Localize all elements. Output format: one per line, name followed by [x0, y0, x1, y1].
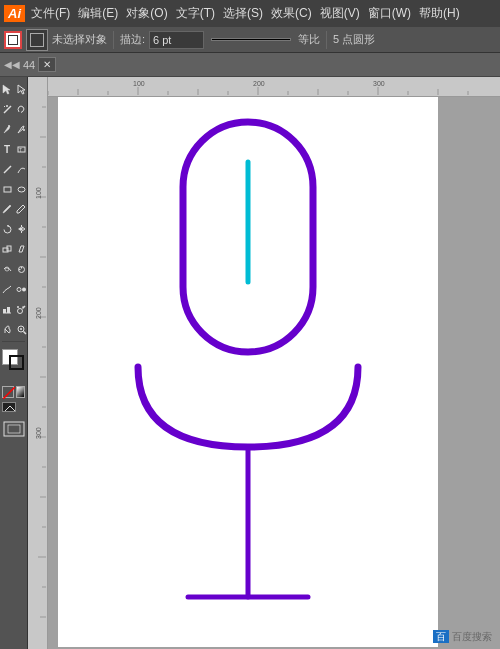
tool-pair-line [0, 159, 28, 179]
svg-text:T: T [19, 147, 22, 153]
direct-select-tool[interactable] [14, 79, 28, 99]
swap-colors-btn[interactable] [2, 402, 16, 412]
left-toolbar: T T [0, 77, 28, 649]
zoom-tool[interactable] [14, 319, 28, 339]
svg-rect-26 [3, 309, 6, 313]
svg-point-30 [17, 306, 19, 308]
tool-pair-select [0, 79, 28, 99]
svg-rect-37 [4, 422, 24, 436]
toolbar3: ◀◀ 44 ✕ [0, 53, 500, 77]
line-tool[interactable] [0, 159, 14, 179]
svg-text:300: 300 [373, 80, 385, 87]
svg-text:200: 200 [35, 307, 42, 319]
menu-effect[interactable]: 效果(C) [271, 5, 312, 22]
add-anchor-tool[interactable] [14, 119, 28, 139]
no-selection-label: 未选择对象 [52, 32, 107, 47]
scale-tool[interactable] [0, 239, 14, 259]
menu-help[interactable]: 帮助(H) [419, 5, 460, 22]
magic-wand-tool[interactable] [0, 99, 14, 119]
menu-object[interactable]: 对象(O) [126, 5, 167, 22]
close-panel-btn[interactable]: ✕ [38, 57, 56, 72]
svg-marker-0 [3, 85, 10, 94]
menu-items: 文件(F) 编辑(E) 对象(O) 文字(T) 选择(S) 效果(C) 视图(V… [31, 5, 460, 22]
rotate-tool[interactable] [0, 219, 14, 239]
collapse-btn[interactable]: ◀◀ [4, 59, 20, 70]
tool-pair-graph [0, 299, 28, 319]
color-modes [0, 384, 27, 400]
tool-pair-rotate [0, 219, 28, 239]
stroke-swatch[interactable] [9, 355, 24, 370]
fill-color-btn[interactable] [26, 29, 48, 51]
menu-bar: Ai 文件(F) 编辑(E) 对象(O) 文字(T) 选择(S) 效果(C) 视… [0, 0, 500, 27]
drawing-area[interactable]: 100 200 300 [28, 77, 500, 649]
stroke-color-btn[interactable] [4, 31, 22, 49]
svg-line-3 [4, 106, 5, 107]
app-logo: Ai [4, 5, 25, 22]
ruler-vertical: 100 200 300 [28, 77, 48, 649]
menu-edit[interactable]: 编辑(E) [78, 5, 118, 22]
menu-type[interactable]: 文字(T) [176, 5, 215, 22]
tool-separator [2, 341, 25, 342]
column-graph-tool[interactable] [0, 299, 14, 319]
svg-line-10 [4, 166, 11, 173]
stroke-size-input[interactable] [149, 31, 204, 49]
arc-tool[interactable] [14, 159, 28, 179]
svg-line-2 [4, 106, 11, 113]
pencil-tool[interactable] [14, 199, 28, 219]
blend-tool[interactable] [14, 279, 28, 299]
shear-tool[interactable] [14, 239, 28, 259]
toolbar2: 未选择对象 描边: 等比 5 点圆形 [0, 27, 500, 53]
svg-text:300: 300 [35, 427, 42, 439]
svg-point-12 [18, 187, 25, 192]
svg-text:200: 200 [253, 80, 265, 87]
menu-window[interactable]: 窗口(W) [368, 5, 411, 22]
rect-tool[interactable] [0, 179, 14, 199]
svg-line-33 [23, 331, 26, 334]
warp-tool[interactable] [0, 259, 14, 279]
ruler-horizontal: 100 200 300 [28, 77, 500, 97]
lasso-tool[interactable] [14, 99, 28, 119]
width-type-label: 等比 [298, 32, 320, 47]
type-tool[interactable]: T [0, 139, 14, 159]
tool-pair-warp [0, 259, 28, 279]
ellipse-tool[interactable] [14, 179, 28, 199]
mic-drawing [58, 97, 438, 647]
stroke-label: 描边: [120, 32, 145, 47]
freeform-pen-tool[interactable] [0, 279, 14, 299]
reflect-tool[interactable] [14, 219, 28, 239]
main-layout: T T [0, 77, 500, 649]
brush-tool[interactable] [0, 199, 14, 219]
area-type-tool[interactable]: T [14, 139, 28, 159]
svg-marker-1 [18, 85, 25, 94]
svg-point-24 [17, 287, 21, 291]
shape-label: 5 点圆形 [333, 32, 375, 47]
toolbar3-number: 44 [23, 59, 35, 71]
svg-point-25 [22, 287, 26, 291]
tool-pair-magic [0, 99, 28, 119]
screen-mode-btn[interactable] [0, 418, 27, 443]
symbol-sprayer-tool[interactable] [14, 299, 28, 319]
hand-tool[interactable] [0, 319, 14, 339]
bloat-tool[interactable] [14, 259, 28, 279]
select-tool[interactable] [0, 79, 14, 99]
tool-pair-scale [0, 239, 28, 259]
tool-pair-brush [0, 199, 28, 219]
svg-rect-27 [7, 307, 10, 313]
tool-pair-rect [0, 179, 28, 199]
svg-rect-38 [8, 425, 20, 433]
menu-file[interactable]: 文件(F) [31, 5, 70, 22]
gradient-icon[interactable] [16, 386, 25, 398]
toolbar-separator2 [326, 31, 327, 49]
svg-point-5 [8, 125, 10, 127]
svg-rect-11 [4, 187, 11, 192]
svg-line-36 [3, 387, 15, 399]
tool-pair-pen [0, 119, 28, 139]
svg-point-29 [17, 308, 22, 313]
svg-point-4 [6, 105, 8, 107]
tool-pair-type: T T [0, 139, 28, 159]
pen-tool[interactable] [0, 119, 14, 139]
none-icon[interactable] [2, 386, 14, 398]
menu-view[interactable]: 视图(V) [320, 5, 360, 22]
svg-point-31 [22, 306, 24, 308]
menu-select[interactable]: 选择(S) [223, 5, 263, 22]
